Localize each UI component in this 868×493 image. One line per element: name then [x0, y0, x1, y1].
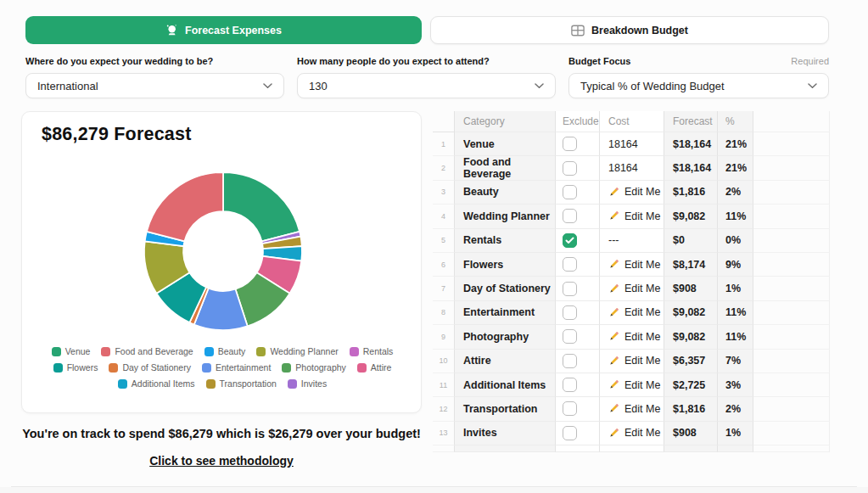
cost-cell[interactable]: 18164 — [600, 156, 664, 180]
exclude-checkbox[interactable] — [563, 137, 577, 151]
donut-slice-food-and-beverage — [147, 172, 223, 241]
edit-cost-button[interactable]: Edit Me — [608, 186, 660, 198]
row-number: 7 — [433, 277, 455, 300]
legend-item-invites[interactable]: Invites — [288, 378, 327, 389]
legend-item-transportation[interactable]: Transportation — [206, 378, 277, 389]
edit-cost-button[interactable]: Edit Me — [608, 259, 660, 271]
pencil-icon — [608, 403, 619, 414]
budget-focus-select[interactable]: Typical % of Wedding Budget — [568, 73, 829, 98]
exclude-checkbox[interactable] — [563, 282, 577, 296]
tab-forecast-expenses[interactable]: Forecast Expenses — [25, 16, 422, 44]
pencil-icon — [608, 187, 619, 198]
legend-item-venue[interactable]: Venue — [52, 346, 91, 356]
edit-cost-button[interactable]: Edit Me — [608, 306, 660, 318]
legend-item-additional-items[interactable]: Additional Items — [118, 378, 195, 389]
legend-item-day-of-stationery[interactable]: Day of Stationery — [109, 362, 191, 373]
forecast-header: Forecast — [664, 111, 718, 132]
empty-cell — [753, 373, 830, 397]
cost-cell[interactable]: Edit Me — [600, 181, 664, 204]
exclude-checkbox[interactable] — [563, 401, 577, 416]
edit-cost-button[interactable]: Edit Me — [608, 403, 660, 415]
donut-slice-venue — [223, 172, 300, 241]
category-cell: Rentals — [455, 229, 556, 253]
location-select[interactable]: International — [25, 73, 284, 98]
row-number: 5 — [433, 229, 455, 253]
legend-item-rentals[interactable]: Rentals — [350, 346, 394, 356]
cost-cell[interactable]: Edit Me — [600, 301, 664, 325]
forecast-cell: $9,082 — [664, 325, 718, 349]
percent-cell: 11% — [718, 325, 753, 349]
edit-cost-button[interactable]: Edit Me — [608, 331, 660, 343]
exclude-checkbox[interactable] — [563, 378, 577, 392]
exclude-checkbox[interactable] — [563, 329, 577, 344]
percent-header: % — [718, 111, 753, 132]
cost-cell[interactable]: Edit Me — [600, 373, 664, 397]
legend-item-beauty[interactable]: Beauty — [204, 346, 246, 356]
cost-cell[interactable]: Edit Me — [600, 277, 664, 300]
cost-cell[interactable]: Edit Me — [600, 325, 664, 349]
exclude-cell — [556, 229, 600, 253]
row-number: 12 — [433, 397, 455, 421]
question-budget-focus-label: Budget Focus — [568, 56, 630, 66]
legend-item-flowers[interactable]: Flowers — [53, 362, 98, 373]
exclude-checkbox[interactable] — [563, 426, 577, 440]
percent-cell: 0% — [718, 229, 753, 253]
legend-swatch — [256, 347, 266, 356]
exclude-checkbox[interactable] — [563, 354, 577, 368]
category-cell: Photography — [455, 325, 556, 349]
legend-item-food-and-beverage[interactable]: Food and Beverage — [101, 346, 193, 356]
forecast-cell: $9,082 — [664, 301, 718, 325]
exclude-cell — [556, 181, 600, 204]
exclude-checkbox[interactable] — [563, 305, 577, 320]
edit-cost-button[interactable]: Edit Me — [608, 283, 660, 294]
edit-me-label: Edit Me — [624, 331, 660, 343]
legend-label: Wedding Planner — [270, 346, 338, 356]
exclude-cell — [556, 253, 600, 277]
cost-cell[interactable]: Edit Me — [600, 422, 664, 445]
guest-count-select[interactable]: 130 — [297, 73, 556, 98]
legend-swatch — [101, 347, 110, 356]
forecast-donut-chart — [138, 166, 308, 336]
edit-cost-button[interactable]: Edit Me — [608, 379, 660, 391]
budget-focus-select-value: Typical % of Wedding Budget — [580, 80, 725, 92]
row-number: 4 — [433, 204, 455, 228]
cost-cell[interactable]: 18164 — [600, 132, 664, 156]
pencil-icon — [608, 210, 619, 221]
tab-breakdown-label: Breakdown Budget — [591, 25, 688, 36]
crystal-ball-icon — [165, 24, 178, 36]
pencil-icon — [608, 259, 619, 270]
legend-label: Invites — [301, 378, 327, 389]
category-cell: Day of Stationery — [455, 277, 556, 300]
cost-cell[interactable]: Edit Me — [600, 253, 664, 277]
legend-item-photography[interactable]: Photography — [282, 362, 346, 373]
exclude-checkbox[interactable] — [563, 209, 577, 223]
exclude-checkbox[interactable] — [563, 257, 577, 272]
edit-cost-button[interactable]: Edit Me — [608, 210, 660, 222]
cost-cell[interactable]: Edit Me — [600, 204, 664, 228]
pencil-icon — [608, 307, 619, 318]
exclude-checkbox[interactable] — [563, 233, 577, 248]
legend-label: Attire — [371, 362, 392, 373]
chevron-down-icon — [808, 83, 817, 89]
exclude-cell — [556, 301, 600, 325]
exclude-checkbox[interactable] — [563, 161, 577, 176]
cost-cell[interactable]: Edit Me — [600, 350, 664, 373]
cost-cell[interactable]: Edit Me — [600, 397, 664, 421]
percent-cell: 3% — [718, 373, 753, 397]
edit-cost-button[interactable]: Edit Me — [608, 355, 660, 367]
cost-cell[interactable]: --- — [600, 229, 664, 253]
empty-cell — [753, 350, 830, 373]
table-row-beauty: 3BeautyEdit Me$1,8162% — [433, 181, 830, 204]
legend-item-wedding-planner[interactable]: Wedding Planner — [256, 346, 338, 356]
row-number: 11 — [433, 373, 455, 397]
methodology-link[interactable]: Click to see methodology — [21, 454, 422, 468]
percent-cell: 1% — [718, 422, 753, 445]
tab-breakdown-budget[interactable]: Breakdown Budget — [430, 16, 829, 44]
legend-item-entertainment[interactable]: Entertainment — [202, 362, 271, 373]
table-partial-row — [433, 445, 830, 452]
forecast-total-title: $86,279 Forecast — [42, 124, 192, 145]
exclude-checkbox[interactable] — [563, 185, 577, 199]
tab-forecast-label: Forecast Expenses — [185, 25, 282, 36]
legend-item-attire[interactable]: Attire — [357, 362, 392, 373]
edit-cost-button[interactable]: Edit Me — [608, 427, 660, 439]
